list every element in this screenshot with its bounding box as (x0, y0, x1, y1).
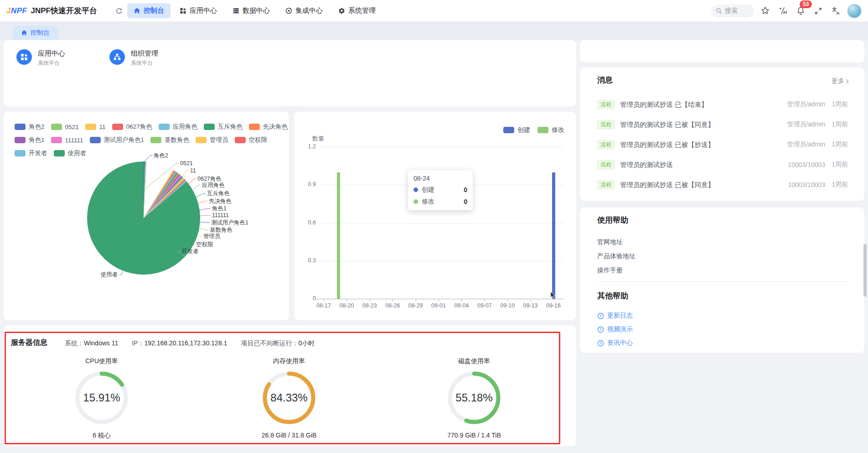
legend-swatch (537, 127, 548, 133)
bar-legend-item-修改[interactable]: 修改 (537, 126, 564, 134)
message-text: 管理员的测试抄送 已被【同意】 (620, 120, 787, 129)
pie-label-互斥角色: 互斥角色 (207, 190, 230, 197)
help-link-产品体验地址[interactable]: 产品体验地址 (597, 249, 636, 263)
nav-label: 控制台 (144, 6, 164, 15)
x-tick-mark (439, 299, 439, 301)
message-tag: 流程 (597, 120, 615, 129)
x-tick-mark (507, 299, 508, 301)
message-row[interactable]: 流程管理员的测试抄送 已【结束】管理员/admin1周前 (597, 98, 848, 111)
legend-label: 修改 (552, 126, 564, 134)
nav-item-集成中心[interactable]: 集成中心 (279, 3, 329, 18)
message-row[interactable]: 流程管理员的测试抄送 已被【同意】管理员/admin1周前 (597, 118, 848, 131)
message-source: 10003/10003 (788, 161, 825, 168)
refresh-icon[interactable] (115, 7, 123, 15)
gauge-subtitle: 6 核心 (47, 432, 156, 440)
page-scrollbar-thumb[interactable] (863, 244, 867, 297)
link-label: 资讯中心 (607, 339, 633, 347)
server-system: 系统：Windows 11 (65, 339, 118, 348)
svg-text:A: A (836, 10, 839, 15)
pie-label-0627角色: 0627角色 (197, 176, 222, 182)
other-help-link-资讯中心[interactable]: ?资讯中心 (597, 336, 633, 350)
message-source: 管理员/admin (787, 100, 825, 109)
header-actions: 搜索 Ai 53 (711, 4, 862, 18)
help-title: 使用帮助 (597, 215, 628, 225)
pie-leader-line (198, 201, 207, 203)
message-row[interactable]: 流程管理员的测试抄送 已被【同意】10003/100031周前 (597, 178, 848, 192)
nav-item-应用中心[interactable]: 应用中心 (173, 3, 223, 18)
search-input[interactable]: 搜索 (711, 5, 754, 17)
notification-badge: 53 (800, 0, 812, 8)
pie-label-开发者: 开发者 (181, 248, 199, 255)
message-row[interactable]: 流程管理员的测试抄送 已被【抄送】管理员/admin1周前 (597, 138, 848, 151)
bar-创建[interactable] (552, 172, 555, 299)
pie-leader-line (199, 229, 208, 230)
pie-leader-line (197, 235, 202, 236)
favorites-button[interactable] (758, 4, 772, 18)
pie-leader-line (192, 185, 201, 190)
nav-label: 系统管理 (348, 6, 376, 15)
nav-label: 集成中心 (295, 6, 323, 15)
shortcut-title: 组织管理 (131, 49, 158, 57)
gauge-value: 55.18% (444, 368, 504, 427)
shortcut-org-management[interactable]: 组织管理 系统平台 (109, 49, 158, 67)
link-label: 更新日志 (607, 312, 633, 320)
activity-bar-chart-card: 数量00.30.60.91.208-1708-2008-2308-2608-29… (294, 112, 576, 320)
pie-label-0521: 0521 (180, 160, 193, 167)
question-circle-icon: ? (597, 326, 604, 333)
chevron-right-icon (846, 79, 849, 84)
roles-pie-chart-card: 角色20521110627角色应用角色互斥角色先决角色角色1111111测试用户… (4, 112, 289, 320)
bar-legend-item-创建[interactable]: 创建 (503, 126, 530, 134)
right-mini-panel (580, 40, 864, 62)
fullscreen-button[interactable] (811, 4, 825, 18)
user-avatar[interactable] (847, 4, 862, 18)
shortcuts-panel: 应用中心 系统平台 组织管理 系统平台 (4, 40, 576, 106)
divider (597, 281, 847, 282)
pie-leader-line (189, 179, 196, 184)
other-help-link-更新日志[interactable]: ?更新日志 (597, 309, 633, 323)
activity-bar-chart: 数量00.30.60.91.208-1708-2008-2308-2608-29… (294, 112, 576, 320)
messages-title: 消息 (597, 75, 613, 85)
svg-text:?: ? (599, 341, 602, 345)
ai-assistant-button[interactable]: Ai (776, 4, 790, 18)
language-button[interactable]: 文A (829, 4, 843, 18)
message-source: 管理员/admin (787, 141, 825, 149)
home-icon (134, 7, 140, 14)
apps-shortcut-icon (16, 49, 32, 65)
home-icon (21, 30, 27, 36)
message-row[interactable]: 流程管理员的测试抄送10003/100031周前 (597, 158, 848, 172)
x-tick-mark (393, 299, 393, 301)
notifications-button[interactable]: 53 (794, 4, 807, 18)
tooltip-row: 创建0 (413, 186, 467, 194)
app-logo[interactable]: JNPF (6, 6, 27, 16)
tab-console[interactable]: 控制台 (13, 26, 58, 40)
shortcut-app-center[interactable]: 应用中心 系统平台 (16, 49, 65, 67)
gauge-subtitle: 770.9 GiB / 1.4 TiB (419, 432, 529, 439)
integration-icon (285, 7, 292, 14)
pie-leader-line (119, 271, 123, 275)
server-info-row: 系统：Windows 11 IP：192.168.20.116,172.30.1… (65, 339, 315, 348)
messages-more-link[interactable]: 更多 (832, 77, 849, 85)
pie-leader-line (192, 244, 195, 245)
nav-item-数据中心[interactable]: 数据中心 (226, 3, 276, 18)
gauge-value: 84.33% (259, 368, 319, 427)
nav-label: 应用中心 (190, 6, 217, 15)
shortcut-subtitle: 系统平台 (131, 59, 158, 67)
message-source: 管理员/admin (787, 120, 825, 129)
server-uptime: 项目已不间断运行：0小时 (241, 339, 315, 348)
help-link-操作手册[interactable]: 操作手册 (597, 263, 636, 277)
help-link-官网地址[interactable]: 官网地址 (597, 235, 636, 249)
message-text: 管理员的测试抄送 已被【抄送】 (620, 141, 787, 149)
x-tick-mark (416, 299, 416, 301)
shortcut-subtitle: 系统平台 (38, 59, 65, 67)
gauge-CPU使用率: CPU使用率15.91%6 核心 (47, 357, 156, 440)
nav-item-系统管理[interactable]: 系统管理 (332, 3, 382, 18)
nav-item-控制台[interactable]: 控制台 (127, 3, 170, 18)
x-tick-mark (461, 299, 462, 301)
messages-panel: 消息 更多 流程管理员的测试抄送 已【结束】管理员/admin1周前流程管理员的… (580, 68, 864, 201)
tooltip-series-dot (413, 199, 418, 204)
bar-修改[interactable] (337, 172, 340, 299)
other-help-link-视频演示[interactable]: ?视频演示 (597, 323, 633, 336)
message-tag: 流程 (597, 140, 615, 149)
tooltip-title: 08-24 (413, 175, 467, 182)
tab-label: 控制台 (31, 29, 50, 37)
